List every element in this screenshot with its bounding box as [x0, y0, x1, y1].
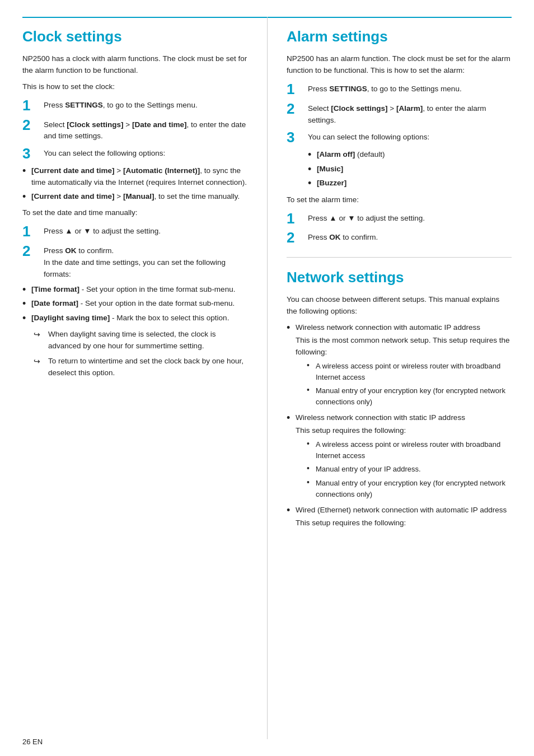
alarm-step-1: 1 Press SETTINGS, to go to the Settings … [287, 81, 512, 97]
bullet-dot-tf: • [22, 284, 31, 296]
arrow-icon-2: ↪ [34, 356, 46, 368]
network-option-3-text: Wired (Ethernet) network connection with… [296, 505, 507, 529]
step-number-3: 3 [22, 146, 40, 162]
clock-settings-bold: [Clock settings] [67, 120, 123, 129]
network-intro: You can choose between different setups.… [287, 294, 512, 318]
step-3-content: You can select the following options: [44, 146, 165, 160]
column-divider [267, 17, 268, 739]
date-format-option: • [Date format] - Set your option in the… [22, 298, 247, 310]
alarm-step-3-content: You can select the following options: [308, 129, 429, 143]
bullet-dot-buzzer: • [308, 178, 317, 190]
alarm-step-number-1: 1 [287, 81, 305, 97]
daylight-arrow-2-text: To return to wintertime and set the cloc… [48, 356, 247, 379]
bullet-dot-dst: • [22, 312, 31, 325]
network-options-list: • Wireless network connection with autom… [287, 322, 512, 529]
bullet-dot-off: • [308, 149, 317, 161]
clock-option-1: • [Current date and time] > [Automatic (… [22, 165, 247, 189]
clock-option-1-text: [Current date and time] > [Automatic (In… [31, 165, 247, 189]
alarm-off-text: [Alarm off] (default) [317, 149, 385, 161]
manual-step-number-1: 1 [22, 223, 40, 240]
alarm-settings-title: Alarm settings [287, 28, 512, 45]
page-footer: 26 EN [22, 738, 43, 746]
network-sub-1: • A wireless access point or wireless ro… [307, 361, 512, 408]
clock-how-to-set: This is how to set the clock: [22, 81, 247, 93]
network-settings-title: Network settings [287, 269, 512, 286]
clock-step-1: 1 Press SETTINGS, to go to the Settings … [22, 97, 247, 114]
date-format-text: [Date format] - Set your option in the d… [31, 298, 235, 310]
clock-option-2-text: [Current date and time] > [Manual], to s… [31, 191, 240, 203]
alarm-time-step-1-content: Press ▲ or ▼ to adjust the setting. [308, 211, 425, 225]
sub-bullet-1-2: • [307, 385, 316, 395]
sub-2-1-text: A wireless access point or wireless rout… [316, 439, 512, 461]
network-sub-1-item-2: • Manual entry of your encryption key (f… [307, 385, 512, 408]
alarm-option-buzzer: • [Buzzer] [308, 178, 512, 190]
bullet-dot-music: • [308, 164, 317, 176]
ok-bold-1: OK [65, 246, 76, 255]
settings-bold-1: SETTINGS [65, 101, 103, 109]
time-format-text: [Time format] - Set your option in the t… [31, 284, 235, 296]
alarm-tri-up-icon: ▲ [329, 214, 336, 222]
clock-settings-title: Clock settings [22, 28, 247, 45]
step-number-1: 1 [22, 97, 40, 114]
alarm-step-number-3: 3 [287, 129, 305, 146]
bullet-dot-1: • [22, 165, 31, 178]
alarm-network-divider [287, 257, 512, 258]
network-bullet-2: • [287, 412, 296, 424]
daylight-option: • [Daylight saving time] - Mark the box … [22, 312, 247, 325]
alarm-time-step-number-2: 2 [287, 230, 305, 246]
manual-step-1-content: Press ▲ or ▼ to adjust the setting. [44, 223, 161, 237]
daylight-arrow-1-text: When daylight saving time is selected, t… [48, 329, 247, 352]
alarm-intro: NP2500 has an alarm function. The clock … [287, 53, 512, 77]
network-option-1-text: Wireless network connection with automat… [296, 322, 512, 410]
network-bullet-3: • [287, 505, 296, 517]
network-option-3: • Wired (Ethernet) network connection wi… [287, 505, 512, 529]
alarm-bold: [Alarm] [396, 104, 423, 113]
network-bullet-1: • [287, 322, 296, 334]
alarm-time-step-2-content: Press OK to confirm. [308, 230, 378, 244]
alarm-music-text: [Music] [317, 164, 343, 175]
clock-intro: NP2500 has a clock with alarm functions.… [22, 53, 247, 77]
network-sub-2-item-3: • Manual entry of your encryption key (f… [307, 478, 512, 500]
clock-options-list: • [Current date and time] > [Automatic (… [22, 165, 247, 203]
bullet-dot-2: • [22, 191, 31, 203]
network-sub-1-item-1: • A wireless access point or wireless ro… [307, 361, 512, 383]
step-number-2: 2 [22, 117, 40, 133]
step-2-content: Select [Clock settings] > [Date and time… [44, 117, 247, 143]
page: Clock settings NP2500 has a clock with a… [0, 0, 534, 756]
alarm-buzzer-text: [Buzzer] [317, 178, 346, 189]
alarm-time-label: To set the alarm time: [287, 194, 512, 206]
alarm-tri-down-icon: ▼ [348, 214, 355, 222]
alarm-step-2: 2 Select [Clock settings] > [Alarm], to … [287, 101, 512, 127]
time-format-option: • [Time format] - Set your option in the… [22, 284, 247, 296]
alarm-step-3: 3 You can select the following options: [287, 129, 512, 146]
sub-2-2-text: Manual entry of your IP address. [316, 464, 421, 475]
right-column: Alarm settings NP2500 has an alarm funct… [275, 18, 512, 739]
manual-set-label: To set the date and time manually: [22, 207, 247, 219]
triangle-up-icon: ▲ [65, 227, 72, 235]
manual-step-1: 1 Press ▲ or ▼ to adjust the setting. [22, 223, 247, 240]
network-sub-2-item-1: • A wireless access point or wireless ro… [307, 439, 512, 461]
daylight-arrow-2: ↪ To return to wintertime and set the cl… [34, 356, 247, 379]
step-1-content: Press SETTINGS, to go to the Settings me… [44, 97, 198, 111]
daylight-arrow-1: ↪ When daylight saving time is selected,… [34, 329, 247, 352]
clock-option-2: • [Current date and time] > [Manual], to… [22, 191, 247, 203]
alarm-option-off: • [Alarm off] (default) [308, 149, 512, 161]
daylight-text: [Daylight saving time] - Mark the box to… [31, 312, 229, 324]
format-options-list: • [Time format] - Set your option in the… [22, 284, 247, 325]
date-time-bold: [Date and time] [132, 120, 187, 129]
alarm-option-music: • [Music] [308, 164, 512, 176]
network-option-2: • Wireless network connection with stati… [287, 412, 512, 502]
alarm-time-step-number-1: 1 [287, 211, 305, 227]
alarm-clock-settings-bold: [Clock settings] [331, 104, 387, 113]
sub-bullet-1-1: • [307, 361, 316, 370]
alarm-step-1-content: Press SETTINGS, to go to the Settings me… [308, 81, 462, 95]
alarm-ok-bold: OK [329, 233, 340, 241]
sub-1-2-text: Manual entry of your encryption key (for… [316, 385, 512, 408]
sub-2-3-text: Manual entry of your encryption key (for… [316, 478, 512, 500]
triangle-down-icon: ▼ [83, 227, 91, 235]
alarm-time-step-2: 2 Press OK to confirm. [287, 230, 512, 246]
daylight-arrow-list: ↪ When daylight saving time is selected,… [34, 329, 247, 379]
clock-step-2: 2 Select [Clock settings] > [Date and ti… [22, 117, 247, 143]
sub-bullet-2-3: • [307, 478, 316, 487]
clock-step-3: 3 You can select the following options: [22, 146, 247, 162]
